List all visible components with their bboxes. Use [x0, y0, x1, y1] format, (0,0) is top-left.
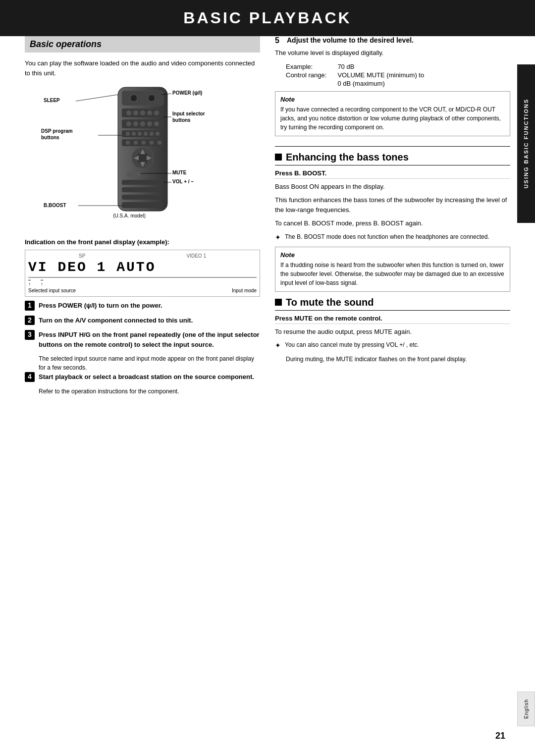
- svg-text:buttons: buttons: [172, 117, 191, 123]
- left-column: Basic operations You can play the softwa…: [25, 36, 260, 396]
- step5-example-table: Example: 70 dB Control range: VOLUME MUT…: [285, 62, 425, 88]
- svg-text:B.BOOST: B.BOOST: [44, 203, 66, 208]
- svg-point-7: [140, 110, 145, 115]
- step-4: 4 Start playback or select a broadcast s…: [25, 372, 260, 382]
- step-1: 1 Press POWER (ψ/I) to turn on the power…: [25, 301, 260, 311]
- svg-point-6: [133, 110, 138, 115]
- remote-diagram: SLEEP POWER (ψ/I) Input selector buttons…: [25, 85, 260, 233]
- page-number: 21: [495, 731, 505, 741]
- step5-section: 5 Adjust the volume to the desired level…: [275, 36, 510, 147]
- svg-point-13: [140, 121, 145, 126]
- english-label: English: [524, 699, 529, 719]
- enhancing-heading-row: Enhancing the bass tones: [275, 152, 510, 165]
- english-tab: English: [517, 692, 535, 726]
- right-column: 5 Adjust the volume to the desired level…: [275, 36, 510, 396]
- display-top-labels: SP VIDEO 1: [28, 253, 257, 259]
- svg-text:(U.S.A. model): (U.S.A. model): [113, 213, 146, 218]
- step5-line1: The volume level is displayed digitally.: [275, 48, 510, 58]
- step3-number: 3: [25, 330, 35, 340]
- mute-section: To mute the sound Press MUTE on the remo…: [275, 297, 510, 364]
- step5-heading: 5 Adjust the volume to the desired level…: [275, 36, 510, 45]
- svg-point-28: [158, 141, 161, 145]
- page-title: BASIC PLAYBACK: [0, 0, 535, 36]
- step5-text: Adjust the volume to the desired level.: [287, 36, 414, 44]
- tip-star2: ✦: [275, 340, 281, 351]
- remote-svg: SLEEP POWER (ψ/I) Input selector buttons…: [39, 85, 247, 233]
- step2-number: 2: [25, 316, 35, 325]
- svg-text:POWER (ψ/I): POWER (ψ/I): [172, 90, 202, 96]
- note1-text: If you have connected a recording compon…: [280, 105, 505, 132]
- display-cursor-right: ↑: [41, 280, 43, 287]
- display-video1: VIDEO 1: [186, 253, 206, 259]
- step4-text: Start playback or select a broadcast sta…: [39, 372, 254, 382]
- step3-sub: The selected input source name and input…: [39, 354, 260, 372]
- display-source-label: Selected input source: [28, 288, 76, 293]
- step4-sub: Refer to the operation instructions for …: [39, 387, 260, 396]
- sleep-label: SLEEP: [44, 98, 60, 103]
- display-captions: Selected input source Input mode: [28, 288, 257, 293]
- svg-point-8: [147, 110, 152, 115]
- svg-point-18: [132, 132, 136, 136]
- enhancing-tip1: ✦ The B. BOOST mode does not function wh…: [275, 232, 510, 243]
- indication-heading: Indication on the front panel display (e…: [25, 238, 260, 246]
- svg-point-21: [150, 132, 154, 136]
- svg-rect-35: [127, 172, 141, 177]
- step-3: 3 Press INPUT H/G on the front panel rep…: [25, 330, 260, 349]
- tip-star1: ✦: [275, 232, 281, 243]
- svg-text:DSP program: DSP program: [41, 128, 73, 134]
- svg-line-40: [76, 95, 118, 101]
- control-label: Control range:: [286, 71, 336, 79]
- enhancing-line3: To cancel B. BOOST mode, press B. BOOST …: [275, 218, 510, 228]
- note2-box: Note If a thudding noise is heard from t…: [275, 247, 510, 292]
- svg-text:VOL + / –: VOL + / –: [172, 179, 194, 184]
- step2-text: Turn on the A/V component connected to t…: [39, 316, 193, 325]
- mute-heading-row: To mute the sound: [275, 297, 510, 311]
- svg-rect-37: [122, 187, 163, 192]
- step1-text: Press POWER (ψ/I) to turn on the power.: [39, 301, 162, 311]
- note2-text: If a thudding noise is heard from the su…: [280, 261, 505, 287]
- step4-number: 4: [25, 372, 35, 382]
- right-tab-label: USING BASIC FUNCTIONS: [523, 99, 529, 188]
- step3-text: Press INPUT H/G on the front panel repea…: [39, 330, 260, 349]
- bullet-square: [275, 154, 282, 161]
- svg-point-17: [126, 132, 130, 136]
- svg-point-15: [154, 121, 159, 126]
- mute-title: To mute the sound: [286, 297, 374, 308]
- note1-box: Note If you have connected a recording c…: [275, 91, 510, 136]
- svg-rect-36: [122, 180, 163, 185]
- enhancing-title: Enhancing the bass tones: [286, 152, 409, 163]
- step5-number: 5: [275, 36, 284, 45]
- control-value: VOLUME MUTE (minimum) to: [337, 71, 424, 79]
- left-section-heading: Basic operations: [25, 36, 260, 53]
- svg-point-20: [144, 132, 148, 136]
- svg-point-22: [156, 132, 160, 136]
- svg-text:MUTE: MUTE: [172, 170, 187, 175]
- mute-line1: To resume the audio output, press MUTE a…: [275, 327, 510, 337]
- mute-tip3: During muting, the MUTE indicator flashe…: [275, 355, 510, 364]
- control-value2: 0 dB (maximum): [337, 80, 424, 87]
- intro-text: You can play the software loaded on the …: [25, 58, 260, 78]
- display-main-text: VI DEO 1 AUTO: [28, 260, 257, 278]
- display-mode-label: Input mode: [232, 288, 257, 293]
- mute-tip2: ✦ You can also cancel mute by pressing V…: [275, 340, 510, 351]
- display-panel: SP VIDEO 1 VI DEO 1 AUTO ↑ ↑ Selected in…: [25, 250, 260, 297]
- step-2: 2 Turn on the A/V component connected to…: [25, 316, 260, 325]
- svg-point-25: [134, 141, 138, 145]
- svg-point-12: [133, 121, 138, 126]
- press-mute-heading: Press MUTE on the remote control.: [275, 315, 510, 324]
- press-bboost-heading: Press B. BOOST.: [275, 169, 510, 179]
- svg-point-24: [126, 141, 130, 145]
- svg-rect-39: [122, 202, 163, 208]
- svg-point-14: [147, 121, 152, 126]
- display-cursor-left: ↑: [28, 280, 31, 287]
- svg-point-19: [138, 132, 142, 136]
- svg-point-27: [150, 141, 154, 145]
- svg-point-3: [148, 95, 155, 102]
- note1-title: Note: [280, 96, 505, 103]
- svg-text:buttons: buttons: [41, 135, 59, 140]
- svg-point-2: [130, 95, 137, 102]
- mute-bullet-square: [275, 299, 282, 306]
- enhancing-line2: This function enhances the bass tones of…: [275, 195, 510, 215]
- svg-point-11: [126, 121, 131, 126]
- svg-point-5: [126, 110, 131, 115]
